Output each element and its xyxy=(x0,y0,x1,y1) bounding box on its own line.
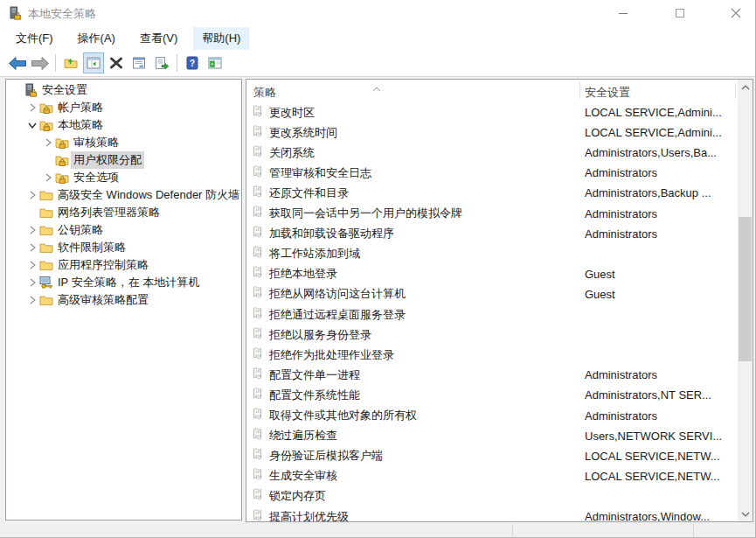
policy-name[interactable]: 管理审核和安全日志 xyxy=(269,165,371,181)
policy-name[interactable]: 配置文件单一进程 xyxy=(269,367,360,383)
policy-name[interactable]: 拒绝本地登录 xyxy=(269,266,337,282)
policy-name[interactable]: 更改时区 xyxy=(269,105,315,121)
tree-item-4[interactable]: 用户权限分配 xyxy=(41,151,144,169)
policy-row[interactable]: 10010加载和卸载设备驱动程序Administrators xyxy=(246,224,736,244)
policy-name[interactable]: 取得文件或其他对象的所有权 xyxy=(269,408,417,423)
export-list-button[interactable] xyxy=(151,52,172,73)
minimize-button[interactable] xyxy=(603,0,643,26)
chevron-right-icon[interactable] xyxy=(25,258,39,272)
policy-row[interactable]: 10010取得文件或其他对象的所有权Administrators xyxy=(246,406,736,426)
policy-row[interactable]: 10010还原文件和目录Administrators,Backup ... xyxy=(246,183,736,203)
policy-row[interactable]: 10010管理审核和安全日志Administrators xyxy=(246,163,736,183)
chevron-down-icon[interactable] xyxy=(25,118,39,132)
policy-row[interactable]: 10010配置文件单一进程Administrators xyxy=(246,365,736,385)
policy-name[interactable]: 生成安全审核 xyxy=(269,468,337,484)
back-button[interactable] xyxy=(7,52,28,73)
tree-item-label[interactable]: 安全选项 xyxy=(71,169,121,186)
chevron-right-icon[interactable] xyxy=(25,241,39,255)
tree-item-12[interactable]: 高级审核策略配置 xyxy=(25,291,151,309)
menu-item-1[interactable]: 操作(A) xyxy=(69,27,124,50)
menu-item-0[interactable]: 文件(F) xyxy=(7,27,62,50)
column-header-security-setting[interactable]: 安全设置 xyxy=(585,85,630,101)
policy-name[interactable]: 身份验证后模拟客户端 xyxy=(269,448,383,464)
chevron-right-icon[interactable] xyxy=(25,293,39,307)
policy-name[interactable]: 锁定内存页 xyxy=(269,488,326,504)
policy-row[interactable]: 10010拒绝从网络访问这台计算机Guest xyxy=(246,284,736,304)
policy-row[interactable]: 10010锁定内存页 xyxy=(246,486,736,507)
maximize-button[interactable] xyxy=(660,0,700,26)
policy-name[interactable]: 提高计划优先级 xyxy=(269,509,349,523)
policy-name[interactable]: 拒绝作为批处理作业登录 xyxy=(269,347,394,363)
tree-item-label[interactable]: 用户权限分配 xyxy=(71,151,144,169)
column-header-policy[interactable]: 策略 xyxy=(253,85,276,101)
up-one-level-button[interactable] xyxy=(60,52,81,73)
policy-name[interactable]: 配置文件系统性能 xyxy=(269,388,360,403)
chevron-right-icon[interactable] xyxy=(25,276,39,290)
tree-item-3[interactable]: 审核策略 xyxy=(41,134,121,151)
policy-row[interactable]: 10010拒绝本地登录Guest xyxy=(246,264,736,284)
chevron-right-icon[interactable] xyxy=(41,171,55,185)
column-divider[interactable] xyxy=(579,82,580,99)
policy-row[interactable]: 10010拒绝通过远程桌面服务登录 xyxy=(246,304,736,325)
policy-row[interactable]: 10010生成安全审核LOCAL SERVICE,NETW... xyxy=(246,466,736,486)
policy-row[interactable]: 10010更改系统时间LOCAL SERVICE,Admini... xyxy=(246,122,736,143)
policy-row[interactable]: 10010提高计划优先级Administrators,Window... xyxy=(246,507,736,522)
policy-row[interactable]: 10010获取同一会话中另一个用户的模拟令牌Administrators xyxy=(246,204,736,224)
tree-item-label[interactable]: 应用程序控制策略 xyxy=(55,256,151,274)
policy-row[interactable]: 10010更改时区LOCAL SERVICE,Admini... xyxy=(246,102,736,122)
tree-item-7[interactable]: 网络列表管理器策略 xyxy=(25,204,163,221)
tree-item-8[interactable]: 公钥策略 xyxy=(25,221,106,239)
show-hide-console-tree-button[interactable] xyxy=(83,52,104,73)
delete-button[interactable] xyxy=(106,52,127,73)
chevron-right-icon[interactable] xyxy=(25,101,39,115)
chevron-right-icon[interactable] xyxy=(25,223,39,237)
tree-item-9[interactable]: 软件限制策略 xyxy=(25,239,128,256)
policy-name[interactable]: 拒绝通过远程桌面服务登录 xyxy=(269,307,406,323)
policy-name[interactable]: 获取同一会话中另一个用户的模拟令牌 xyxy=(269,206,462,221)
tree-item-label[interactable]: 审核策略 xyxy=(71,134,121,151)
tree-item-6[interactable]: 高级安全 Windows Defender 防火墙 xyxy=(25,186,242,204)
forward-button[interactable] xyxy=(30,52,51,73)
tree-item-label[interactable]: 高级安全 Windows Defender 防火墙 xyxy=(55,186,242,204)
column-divider[interactable] xyxy=(735,82,736,99)
policy-name[interactable]: 绕过遍历检查 xyxy=(269,428,337,444)
close-button[interactable] xyxy=(716,0,756,26)
scroll-up-icon[interactable] xyxy=(738,80,753,94)
tree-item-label[interactable]: 软件限制策略 xyxy=(55,239,128,256)
policy-row[interactable]: 10010配置文件系统性能Administrators,NT SER... xyxy=(246,385,736,405)
tree-item-label[interactable]: 本地策略 xyxy=(55,116,106,134)
policy-name[interactable]: 还原文件和目录 xyxy=(269,185,349,201)
help-button[interactable]: ? xyxy=(182,52,203,73)
menu-item-2[interactable]: 查看(V) xyxy=(131,27,186,50)
policy-name[interactable]: 关闭系统 xyxy=(269,145,315,161)
scrollbar-thumb[interactable] xyxy=(739,217,752,361)
policy-row[interactable]: 10010拒绝作为批处理作业登录 xyxy=(246,345,736,365)
show-action-pane-button[interactable] xyxy=(205,52,225,73)
tree-item-label[interactable]: IP 安全策略，在 本地计算机 xyxy=(55,274,202,291)
tree-item-11[interactable]: IP 安全策略，在 本地计算机 xyxy=(25,274,202,291)
policy-name[interactable]: 拒绝从网络访问这台计算机 xyxy=(269,286,406,302)
tree-item-0[interactable]: 安全设置 xyxy=(10,81,90,99)
policy-row[interactable]: 10010将工作站添加到域 xyxy=(246,244,736,264)
tree-item-label[interactable]: 帐户策略 xyxy=(55,99,106,116)
policy-row[interactable]: 10010身份验证后模拟客户端LOCAL SERVICE,NETW... xyxy=(246,446,736,466)
policy-row[interactable]: 10010拒绝以服务身份登录 xyxy=(246,325,736,345)
menu-item-3[interactable]: 帮助(H) xyxy=(193,27,249,50)
policy-name[interactable]: 拒绝以服务身份登录 xyxy=(269,327,371,343)
tree-item-label[interactable]: 高级审核策略配置 xyxy=(55,291,151,309)
chevron-right-icon[interactable] xyxy=(25,188,39,202)
policy-row[interactable]: 10010绕过遍历检查Users,NETWORK SERVI... xyxy=(246,426,736,446)
tree-item-label[interactable]: 安全设置 xyxy=(39,81,90,99)
tree-item-2[interactable]: 本地策略 xyxy=(25,116,106,134)
title-bar[interactable]: 本地安全策略 xyxy=(0,0,756,26)
vertical-scrollbar[interactable] xyxy=(738,80,753,521)
policy-name[interactable]: 将工作站添加到域 xyxy=(269,246,360,262)
properties-button[interactable] xyxy=(128,52,149,73)
policy-name[interactable]: 更改系统时间 xyxy=(269,125,337,141)
policy-name[interactable]: 加载和卸载设备驱动程序 xyxy=(269,226,394,241)
scroll-down-icon[interactable] xyxy=(738,507,753,521)
policy-row[interactable]: 10010关闭系统Administrators,Users,Ba... xyxy=(246,143,736,163)
tree-item-10[interactable]: 应用程序控制策略 xyxy=(25,256,151,274)
tree-item-label[interactable]: 公钥策略 xyxy=(55,221,106,239)
tree-item-5[interactable]: 安全选项 xyxy=(41,169,121,186)
